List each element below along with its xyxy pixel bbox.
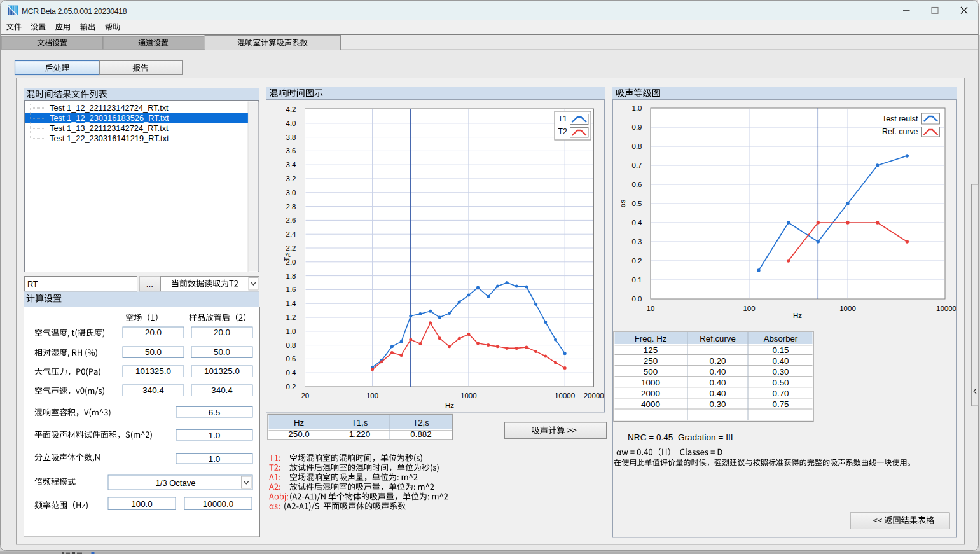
svg-text:2.6: 2.6 [286, 216, 296, 224]
svg-text:500: 500 [644, 367, 658, 377]
svg-text:100: 100 [366, 392, 378, 399]
svg-text:100: 100 [743, 305, 755, 312]
svg-text:0.6: 0.6 [632, 181, 642, 188]
svg-text:3.2: 3.2 [286, 175, 296, 183]
svg-text:Test 1_12_221123142724_RT.txt: Test 1_12_221123142724_RT.txt [50, 103, 169, 113]
svg-text:0.8: 0.8 [632, 142, 642, 150]
svg-text:101325.0: 101325.0 [204, 366, 240, 376]
svg-text:0.2: 0.2 [632, 257, 642, 265]
svg-text:0.0: 0.0 [632, 295, 642, 303]
svg-text:Hz: Hz [793, 312, 802, 319]
svg-text:0.8: 0.8 [286, 342, 296, 349]
svg-text:20: 20 [301, 392, 309, 399]
svg-text:10000: 10000 [936, 305, 956, 312]
svg-text:1.0: 1.0 [209, 431, 221, 440]
svg-text:0.4: 0.4 [286, 369, 297, 377]
svg-text:1000: 1000 [839, 305, 856, 312]
svg-text:Hz: Hz [294, 418, 304, 427]
svg-text:Test 1_22_230316141219_RT.txt: Test 1_22_230316141219_RT.txt [50, 134, 169, 143]
svg-text:Ref.curve: Ref.curve [700, 334, 735, 343]
svg-text:0.40: 0.40 [709, 389, 726, 398]
svg-text:10: 10 [647, 305, 655, 312]
svg-text:4000: 4000 [641, 399, 660, 409]
svg-text:NRC = 0.45 Gradation = III: NRC = 0.45 Gradation = III [628, 433, 733, 442]
svg-text:0.4: 0.4 [632, 219, 643, 226]
svg-text:1.0: 1.0 [286, 328, 296, 335]
svg-text:Absorber: Absorber [764, 334, 798, 343]
svg-text:3.0: 3.0 [286, 189, 296, 197]
svg-text:1.4: 1.4 [286, 300, 297, 307]
svg-text:0.15: 0.15 [772, 345, 789, 355]
svg-text:αs: αs [619, 200, 626, 207]
svg-text:0.40: 0.40 [772, 356, 789, 366]
svg-text:1.8: 1.8 [286, 272, 296, 280]
svg-text:0.1: 0.1 [632, 276, 642, 284]
svg-text:0.30: 0.30 [709, 399, 726, 409]
svg-text:250.0: 250.0 [288, 429, 310, 439]
svg-text:T1: T1 [558, 114, 567, 123]
svg-text:Test reulst: Test reulst [882, 114, 918, 123]
svg-text:Test 1_12_230316183526_RT.txt: Test 1_12_230316183526_RT.txt [50, 113, 169, 123]
svg-text:4.0: 4.0 [286, 120, 296, 127]
svg-text:T2: T2 [558, 127, 567, 136]
svg-text:T1,s: T1,s [352, 418, 368, 427]
svg-text:0.40: 0.40 [709, 378, 726, 387]
svg-text:1.6: 1.6 [286, 286, 296, 293]
svg-text:1000: 1000 [460, 392, 477, 399]
svg-text:340.4: 340.4 [142, 385, 164, 395]
svg-text:50.0: 50.0 [145, 347, 162, 357]
svg-text:20.0: 20.0 [145, 328, 162, 337]
svg-text:Ref. curve: Ref. curve [882, 127, 918, 136]
svg-text:250: 250 [644, 356, 658, 366]
svg-text:0.40: 0.40 [709, 367, 726, 377]
svg-text:10000.0: 10000.0 [203, 499, 233, 509]
svg-text:10000: 10000 [555, 392, 575, 399]
svg-text:101325.0: 101325.0 [135, 366, 171, 376]
svg-text:0.50: 0.50 [772, 378, 789, 387]
svg-text:Hz: Hz [445, 401, 454, 409]
svg-text:3.8: 3.8 [286, 134, 296, 141]
svg-text:0.20: 0.20 [709, 356, 726, 366]
svg-text:0.70: 0.70 [772, 389, 789, 398]
svg-text:2.8: 2.8 [286, 203, 296, 211]
svg-text:1.220: 1.220 [349, 429, 371, 439]
svg-text:20000: 20000 [584, 392, 604, 399]
svg-text:6.5: 6.5 [209, 408, 221, 417]
svg-text:T2,s: T2,s [413, 418, 429, 427]
svg-text:1.0: 1.0 [209, 454, 221, 464]
svg-text:2.4: 2.4 [286, 230, 297, 238]
svg-text:4.2: 4.2 [286, 106, 296, 113]
svg-text:RT: RT [27, 280, 38, 289]
svg-text:0.882: 0.882 [410, 429, 432, 439]
svg-text:0.6: 0.6 [286, 355, 296, 363]
svg-text:125: 125 [644, 345, 658, 355]
svg-text:50.0: 50.0 [214, 347, 230, 357]
svg-text:0.2: 0.2 [286, 383, 296, 391]
svg-text:1/3 Octave: 1/3 Octave [156, 478, 196, 488]
svg-text:20.0: 20.0 [214, 328, 230, 337]
svg-text:0.30: 0.30 [772, 367, 789, 377]
svg-text:1.0: 1.0 [632, 104, 642, 112]
svg-text:2.2: 2.2 [286, 244, 296, 252]
svg-text:3.4: 3.4 [286, 161, 297, 169]
svg-text:Test 1_13_221123142724_RT.txt: Test 1_13_221123142724_RT.txt [50, 123, 169, 133]
svg-text:T,s: T,s [283, 252, 291, 261]
svg-text:0.3: 0.3 [632, 238, 642, 246]
svg-text:1000: 1000 [641, 378, 660, 387]
svg-text:...: ... [146, 279, 153, 289]
svg-text:0.5: 0.5 [632, 200, 642, 207]
svg-text:0.9: 0.9 [632, 123, 642, 131]
svg-text:MCR Beta 2.05.0.001 20230418: MCR Beta 2.05.0.001 20230418 [22, 7, 127, 16]
svg-text:340.4: 340.4 [211, 385, 233, 395]
svg-text:0.7: 0.7 [632, 162, 642, 169]
svg-text:2000: 2000 [641, 389, 660, 398]
svg-text:0.75: 0.75 [772, 399, 789, 409]
svg-text:3.6: 3.6 [286, 147, 296, 155]
svg-text:1.2: 1.2 [286, 314, 296, 321]
svg-text:100.0: 100.0 [131, 499, 153, 509]
svg-text:Freq. Hz: Freq. Hz [635, 334, 667, 343]
